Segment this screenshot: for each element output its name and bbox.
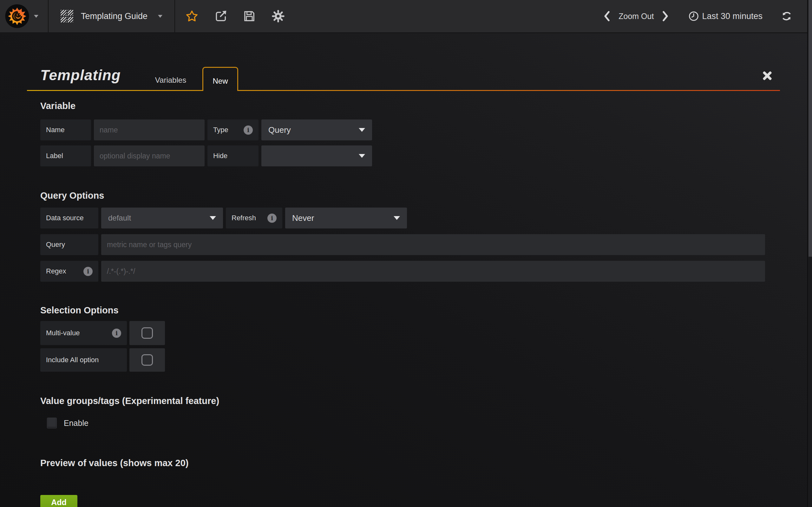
type-select[interactable]: Query — [261, 119, 372, 140]
name-input[interactable] — [94, 119, 205, 140]
save-icon — [243, 10, 256, 22]
hide-label: Hide — [207, 146, 258, 166]
header-accent-line — [238, 90, 780, 91]
type-select-value: Query — [268, 125, 291, 135]
share-button[interactable] — [214, 10, 227, 22]
dashboard-icon — [61, 10, 73, 22]
time-shift-back-button[interactable] — [603, 11, 610, 21]
query-options-heading: Query Options — [40, 190, 104, 201]
info-icon[interactable]: i — [84, 267, 93, 276]
grafana-menu-button[interactable] — [0, 0, 49, 32]
save-button[interactable] — [243, 10, 256, 22]
regex-input[interactable] — [101, 261, 765, 282]
refresh-label: Refresh i — [226, 208, 282, 228]
query-row: Query — [40, 234, 765, 255]
chevron-down-icon — [359, 154, 365, 158]
time-range-picker[interactable]: Last 30 minutes — [689, 11, 763, 21]
time-shift-forward-button[interactable] — [662, 11, 669, 21]
share-icon — [214, 10, 227, 22]
add-button[interactable]: Add — [40, 495, 78, 507]
enable-label: Enable — [64, 418, 89, 428]
scrollbar-thumb[interactable] — [809, 0, 812, 257]
regex-label: Regex i — [40, 261, 98, 282]
refresh-icon — [781, 10, 792, 22]
variable-name-row: Name Type i Query — [40, 119, 372, 140]
checkbox-icon — [142, 354, 153, 366]
chevron-down-icon — [394, 216, 400, 220]
label-input[interactable] — [94, 146, 205, 166]
page-title: Templating — [40, 66, 121, 83]
grafana-logo-icon — [4, 3, 30, 29]
preview-heading: Preview of values (shows max 20) — [40, 458, 189, 468]
multi-value-label: Multi-value i — [40, 321, 127, 345]
clock-icon — [689, 11, 699, 21]
regex-row: Regex i — [40, 261, 765, 282]
chevron-down-icon — [34, 15, 38, 18]
type-label: Type i — [207, 119, 258, 140]
tab-new[interactable]: New — [202, 67, 238, 91]
dashboard-title-button[interactable]: Templating Guide — [49, 0, 175, 32]
chevron-left-icon — [603, 11, 610, 21]
refresh-select[interactable]: Never — [285, 208, 407, 228]
include-all-checkbox[interactable] — [130, 348, 165, 372]
name-label: Name — [40, 119, 91, 140]
vertical-scrollbar[interactable] — [807, 0, 812, 507]
label-label: Label — [40, 146, 91, 166]
top-nav: Templating Guide — [0, 0, 812, 33]
variable-section-heading: Variable — [40, 101, 75, 111]
query-input[interactable] — [101, 234, 765, 255]
gear-icon — [271, 9, 285, 23]
star-button[interactable] — [185, 9, 199, 23]
value-groups-heading: Value groups/tags (Experimental feature) — [40, 396, 219, 406]
datasource-row: Data source default Refresh i Never — [40, 208, 407, 228]
checkbox-icon — [142, 327, 153, 339]
multi-value-checkbox[interactable] — [130, 321, 165, 345]
variable-label-row: Label Hide — [40, 146, 372, 166]
info-icon[interactable]: i — [267, 214, 276, 223]
selection-options-heading: Selection Options — [40, 305, 119, 316]
zoom-out-button[interactable]: Zoom Out — [618, 12, 654, 21]
multi-value-row: Multi-value i — [40, 321, 165, 345]
include-all-row: Include All option — [40, 348, 165, 372]
tab-variables[interactable]: Variables — [148, 72, 193, 88]
query-label: Query — [40, 234, 98, 255]
close-icon[interactable] — [762, 70, 773, 81]
dashboard-title: Templating Guide — [81, 11, 148, 21]
datasource-select[interactable]: default — [101, 208, 223, 228]
enable-checkbox-row[interactable]: Enable — [47, 418, 89, 429]
hide-select[interactable] — [261, 146, 372, 166]
time-range-label: Last 30 minutes — [702, 11, 763, 21]
chevron-down-icon — [359, 128, 365, 132]
enable-checkbox[interactable] — [47, 418, 57, 429]
refresh-select-value: Never — [292, 213, 314, 223]
datasource-label: Data source — [40, 208, 98, 228]
datasource-select-value: default — [108, 214, 131, 222]
include-all-label: Include All option — [40, 348, 127, 372]
star-icon — [185, 9, 199, 23]
refresh-button[interactable] — [781, 10, 792, 22]
info-icon[interactable]: i — [244, 125, 253, 135]
settings-button[interactable] — [271, 9, 285, 23]
chevron-right-icon — [662, 11, 669, 21]
chevron-down-icon — [158, 15, 162, 18]
info-icon[interactable]: i — [112, 329, 121, 338]
chevron-down-icon — [210, 216, 216, 220]
header-accent-line — [27, 90, 202, 91]
